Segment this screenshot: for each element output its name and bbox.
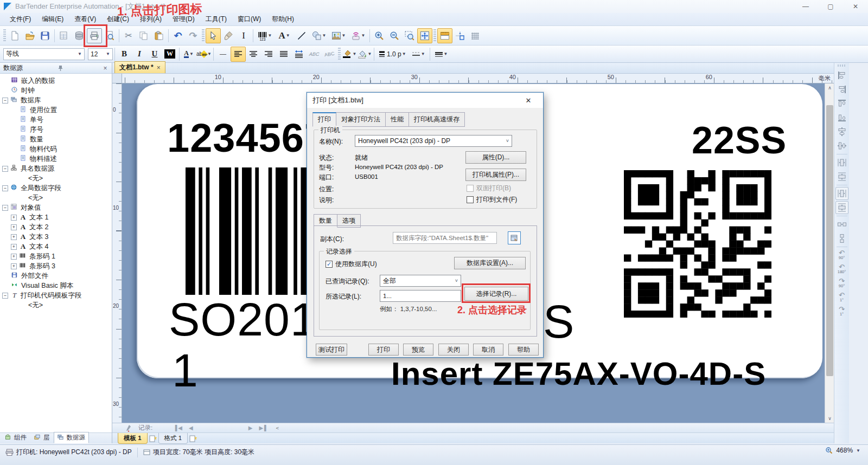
tree-item-clock[interactable]: 时钟 — [0, 86, 112, 95]
menu-tools[interactable]: 工具(T) — [200, 13, 232, 25]
tree-item-field-material-desc[interactable]: 物料描述 — [0, 154, 112, 164]
new-template-1-icon[interactable] — [149, 435, 157, 442]
tree-item-embedded-data[interactable]: 嵌入的数据 — [0, 76, 112, 86]
zoom-in-button[interactable] — [372, 28, 387, 43]
copy-button[interactable] — [136, 28, 151, 43]
width-button[interactable]: W — [162, 47, 177, 62]
collapse-icon[interactable]: − — [2, 205, 8, 211]
page-setup-button[interactable] — [56, 28, 72, 43]
record-next-button[interactable]: ▶ — [248, 425, 254, 431]
menu-help[interactable]: 帮助(H) — [266, 13, 299, 25]
chevron-down-icon[interactable]: ▼ — [322, 33, 327, 38]
redo-button[interactable]: ↷ — [186, 28, 201, 43]
fill-color-button[interactable]: ▼ — [357, 47, 372, 62]
tab-format-1[interactable]: 格式 1 — [158, 433, 188, 444]
tree-item-text-3[interactable]: +A文本 3 — [0, 232, 112, 242]
document-tab[interactable]: 文档1.btw * × — [114, 61, 165, 73]
font-size-select[interactable]: 12▼ — [88, 48, 113, 60]
center-in-template-h-button[interactable] — [835, 201, 848, 214]
pin-icon[interactable] — [58, 65, 66, 72]
line-color-button[interactable]: ▼ — [342, 47, 357, 62]
collapse-icon[interactable]: − — [2, 185, 8, 191]
dialog-tab-0[interactable]: 打印 — [312, 112, 336, 127]
printer-properties-button[interactable]: 打印机属性(P)... — [465, 169, 526, 181]
show-grid-button[interactable] — [468, 28, 483, 43]
expand-icon[interactable]: + — [11, 244, 17, 250]
panel-tab-data-sources[interactable]: 数据源 — [54, 432, 90, 443]
label-text-order-tail[interactable]: S — [543, 298, 575, 345]
label-text-serial[interactable]: 1234567 — [167, 118, 327, 158]
rotate-left-90-button[interactable]: ↶90° — [835, 249, 848, 262]
text-cursor-tool-button[interactable]: I — [236, 28, 251, 43]
align-bottom-edges-button[interactable] — [835, 111, 848, 124]
new-format-1-icon[interactable] — [189, 435, 197, 442]
print-button[interactable]: 打印 — [368, 344, 399, 356]
font-color-button[interactable]: A▼ — [181, 47, 196, 62]
tree-item-field-material-code[interactable]: 物料代码 — [0, 144, 112, 154]
text-effect-arc-button[interactable]: ABC — [322, 47, 337, 62]
zoom-region-button[interactable] — [402, 28, 417, 43]
line-style-select[interactable]: ▼ — [432, 47, 451, 62]
rotate-180-button[interactable]: ↶180° — [835, 263, 848, 276]
fit-width-button[interactable] — [291, 47, 307, 62]
tree-item-named-data-sources[interactable]: −具名数据源 — [0, 164, 112, 173]
font-family-select[interactable]: 等线▼ — [3, 48, 85, 60]
selected-records-input[interactable]: 1... — [380, 290, 461, 302]
minimize-button[interactable]: — — [793, 0, 818, 13]
vertical-scrollbar[interactable]: ∧ ∨ — [825, 83, 834, 423]
tree-item-text-2[interactable]: +A文本 2 — [0, 222, 112, 232]
scrollbar-thumb[interactable] — [826, 105, 833, 376]
center-vertically-button[interactable] — [835, 156, 848, 169]
zoom-dropdown-icon[interactable]: ▼ — [856, 448, 860, 453]
tree-item-field-location[interactable]: 使用位置 — [0, 105, 112, 115]
text-effect-slant-button[interactable]: ABC — [307, 47, 322, 62]
expand-icon[interactable]: + — [11, 215, 17, 221]
dialog-tab-1[interactable]: 对象打印方法 — [336, 112, 386, 127]
queried-records-select[interactable]: 全部˅ — [380, 275, 461, 287]
center-horizontally-button[interactable] — [835, 170, 848, 183]
tree-item-text-1[interactable]: +A文本 1 — [0, 212, 112, 222]
qr-code-object[interactable] — [624, 170, 771, 318]
dash-style-select[interactable]: ▼ — [409, 47, 428, 62]
record-first-button[interactable]: ▐◀ — [173, 425, 183, 431]
align-top-edges-button[interactable] — [835, 97, 848, 110]
scroll-up-icon[interactable]: ∧ — [825, 83, 834, 92]
menu-view[interactable]: 查看(V) — [69, 13, 101, 25]
preview-button[interactable]: 预览 — [403, 344, 433, 356]
zoom-level[interactable]: 468% — [836, 447, 853, 454]
dialog-tab-2[interactable]: 性能 — [386, 112, 409, 127]
align-left-button[interactable] — [231, 47, 246, 62]
properties-button[interactable]: 属性(D)... — [465, 151, 526, 164]
make-same-width-button[interactable] — [835, 218, 848, 231]
highlight-color-button[interactable]: ab✎▼ — [196, 47, 212, 62]
tree-item-named-none[interactable]: <无> — [0, 173, 112, 183]
tree-item-field-order-no[interactable]: 单号 — [0, 115, 112, 125]
underline-button[interactable]: U — [147, 47, 162, 62]
align-right-edges-button[interactable] — [835, 83, 848, 96]
dialog-tab-3[interactable]: 打印机高速缓存 — [409, 112, 465, 127]
tree-item-barcode-3[interactable]: +条形码 3 — [0, 261, 112, 271]
menu-window[interactable]: 窗口(W) — [232, 13, 266, 25]
align-vertical-centers-button[interactable] — [835, 125, 848, 138]
center-in-template-v-button[interactable] — [835, 187, 848, 200]
expand-icon[interactable]: + — [11, 234, 17, 240]
tree-item-object-values[interactable]: −对象值 — [0, 203, 112, 212]
align-horizontal-centers-button[interactable] — [835, 139, 848, 152]
expand-icon[interactable]: + — [11, 263, 17, 269]
align-justify-button[interactable] — [276, 47, 291, 62]
italic-button[interactable]: I — [132, 47, 147, 62]
image-tool-button[interactable]: ▼ — [329, 28, 348, 43]
zoom-out-button[interactable] — [387, 28, 402, 43]
no-border-button[interactable]: — — [215, 47, 231, 62]
chevron-down-icon[interactable]: ▼ — [361, 33, 366, 38]
chevron-down-icon[interactable]: ▼ — [268, 33, 272, 38]
expand-icon[interactable]: + — [11, 224, 17, 230]
dialog-title-bar[interactable]: 打印 [文档1.btw] ✕ — [307, 93, 543, 108]
view-template-button[interactable] — [437, 28, 452, 43]
new-document-button[interactable] — [7, 28, 22, 43]
record-prev-button[interactable]: ◀ — [189, 425, 194, 431]
panel-tab-layers[interactable]: 层 — [30, 432, 54, 443]
tree-item-text-4[interactable]: +A文本 4 — [0, 242, 112, 251]
tree-item-field-serial-no[interactable]: 序号 — [0, 125, 112, 134]
collapse-icon[interactable]: − — [2, 166, 8, 172]
